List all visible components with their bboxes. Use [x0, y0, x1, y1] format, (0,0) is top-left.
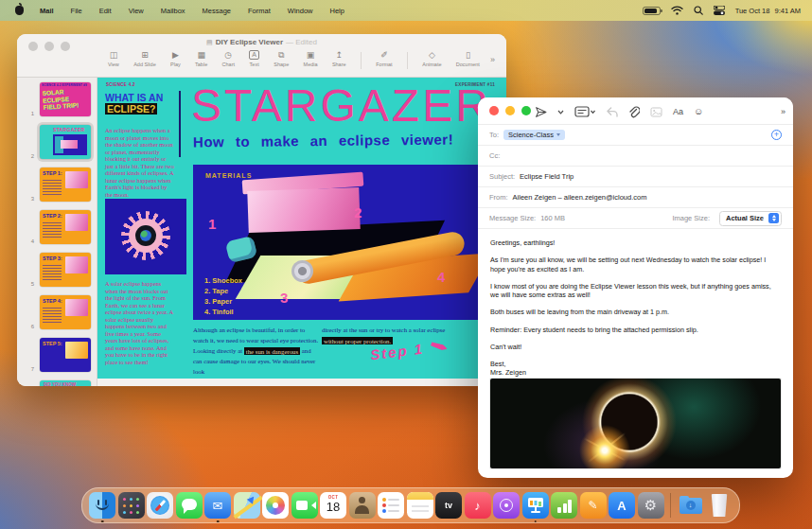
dock-podcasts-icon[interactable] — [493, 492, 520, 519]
toolbar-chart-button[interactable]: ◷Chart — [222, 50, 235, 67]
insert-photo-icon — [650, 107, 662, 117]
cc-field[interactable]: Cc: — [478, 146, 793, 167]
dock-notes-icon[interactable] — [407, 492, 433, 519]
dock-trash-icon[interactable] — [706, 492, 733, 519]
apple-menu-icon[interactable] — [15, 6, 24, 15]
thumb-art — [43, 222, 62, 238]
format-button[interactable]: Aa — [673, 107, 683, 116]
caution-text-column-1[interactable]: Although an eclipse is beautiful, in ord… — [193, 325, 319, 377]
menu-help[interactable]: Help — [321, 7, 352, 15]
attach-button[interactable] — [628, 106, 640, 118]
toolbar-overflow-button[interactable]: » — [490, 55, 495, 64]
subject-label: Subject: — [489, 172, 515, 181]
dock-maps-icon[interactable] — [234, 492, 260, 519]
send-options-chevron-icon[interactable] — [557, 110, 564, 115]
slide-thumbnail-3[interactable]: 3 STEP 1: — [23, 166, 93, 203]
toolbar-text-button[interactable]: AText — [249, 50, 259, 67]
slide-paragraph-2[interactable]: A solar eclipse happens when the moon bl… — [105, 280, 174, 365]
dock-calendar-icon[interactable]: OCT18 — [320, 492, 346, 519]
dock-finder-icon[interactable] — [89, 492, 115, 519]
menu-view[interactable]: View — [120, 7, 152, 15]
menu-format[interactable]: Format — [239, 7, 279, 15]
slide-thumbnail-4[interactable]: 4 STEP 2: — [23, 208, 93, 246]
dock-reminders-icon[interactable] — [378, 492, 404, 519]
toolbar-share-button[interactable]: ↥Share — [332, 50, 346, 67]
dock-tv-icon[interactable]: tv — [435, 492, 462, 519]
dock-mail-icon[interactable]: ✉ — [204, 492, 231, 519]
slide-science-label[interactable]: SCIENCE 4.2 — [106, 82, 135, 87]
dock-contacts-icon[interactable] — [349, 492, 376, 519]
to-label: To: — [489, 131, 499, 139]
slide-thumbnail-8[interactable]: 8 DID YOU KNOW — [23, 379, 93, 386]
dock-safari-icon[interactable] — [147, 492, 173, 519]
recipient-token[interactable]: Science-Class — [503, 130, 565, 140]
dock-launchpad-icon[interactable] — [118, 492, 145, 519]
slide-sun-illustration[interactable] — [105, 199, 186, 274]
emoji-button[interactable]: ☺ — [694, 107, 703, 116]
dock-pages-icon[interactable]: ✎ — [580, 492, 607, 519]
battery-icon[interactable] — [643, 7, 661, 15]
eclipse-photo-attachment[interactable] — [490, 379, 781, 468]
menu-mail[interactable]: Mail — [31, 7, 62, 15]
search-icon[interactable] — [694, 6, 703, 15]
toolbar-add-slide-button[interactable]: ⊞Add Slide — [133, 50, 156, 67]
menu-clock[interactable]: Tue Oct 18 9:41 AM — [735, 7, 801, 15]
send-button[interactable] — [535, 106, 547, 118]
dock-keynote-icon[interactable] — [522, 492, 549, 519]
menu-mailbox[interactable]: Mailbox — [152, 7, 194, 15]
header-fields-button[interactable] — [574, 106, 595, 117]
dock-numbers-icon[interactable] — [551, 492, 577, 519]
thumb-art — [65, 342, 88, 359]
materials-box[interactable]: MATERIALS 1 2 3 4 1. Shoebox 2. Tape 3. … — [193, 165, 486, 320]
slide-thumbnail-2-selected[interactable]: 2 STARGAZER — [23, 123, 93, 161]
dock-settings-icon[interactable]: ⚙ — [638, 492, 664, 519]
close-button[interactable] — [489, 106, 499, 115]
slide-thumbnail-5[interactable]: 5 STEP 3: — [23, 251, 93, 289]
to-field[interactable]: To: Science-Class + — [478, 125, 793, 146]
dock-app-store-icon[interactable]: A — [609, 492, 635, 519]
toolbar-label: Media — [304, 62, 318, 67]
thumb-title: STEP 4: — [43, 298, 62, 304]
slide-heading[interactable]: WHAT IS AN ECLIPSE? — [105, 92, 183, 115]
slide-subtitle[interactable]: How to make an eclipse viewer! — [193, 132, 453, 150]
toolbar-shape-button[interactable]: ⧉Shape — [274, 50, 289, 67]
toolbar-animate-button[interactable]: ◇Animate — [422, 50, 441, 67]
add-recipient-button[interactable]: + — [771, 130, 782, 140]
dock-messages-icon[interactable] — [176, 492, 203, 519]
subject-field[interactable]: Subject: Eclipse Field Trip — [478, 167, 793, 187]
dock-facetime-icon[interactable] — [291, 492, 318, 519]
from-field[interactable]: From: Aileen Zeigen – aileen.zeigen@iclo… — [478, 187, 793, 208]
toolbar-document-button[interactable]: ▯Document — [456, 50, 480, 67]
toolbar-separator — [361, 52, 362, 69]
menu-message[interactable]: Message — [194, 7, 239, 15]
slide-paragraph-1[interactable]: An eclipse happens when a moon or planet… — [105, 127, 174, 198]
minimize-button[interactable] — [505, 106, 515, 115]
running-indicator — [534, 520, 537, 523]
zoom-button[interactable] — [521, 106, 531, 115]
recipient-name: Science-Class — [508, 131, 554, 139]
dock-photos-icon[interactable] — [262, 492, 289, 519]
slide-big-title[interactable]: STARGAZER — [191, 79, 491, 132]
toolbar-play-button[interactable]: ▶Play — [170, 50, 181, 67]
menu-window[interactable]: Window — [279, 7, 322, 15]
toolbar-media-button[interactable]: ▣Media — [304, 50, 318, 67]
slide-thumbnail-1[interactable]: 1 SCIENCE 4.2 EXPERIMENT #9 SOLAR ECLIPS… — [23, 80, 93, 118]
slide-thumbnail-7[interactable]: 7 STEP 5: — [23, 336, 93, 374]
dock-music-icon[interactable]: ♪ — [465, 492, 491, 519]
menu-file[interactable]: File — [62, 7, 91, 15]
control-center-icon[interactable] — [714, 6, 725, 15]
menu-edit[interactable]: Edit — [91, 7, 120, 15]
image-size-select[interactable]: Actual Size — [719, 211, 782, 226]
signature-line: Mrs. Zeigen — [490, 368, 781, 378]
toolbar-table-button[interactable]: ▦Table — [195, 50, 207, 67]
dock-downloads-icon[interactable]: ↓ — [678, 492, 704, 519]
window-title: ▤DIY Eclipse Viewer— Edited — [17, 38, 506, 46]
message-body[interactable]: Greetings, earthlings! As I'm sure you a… — [478, 230, 793, 378]
toolbar-format-button[interactable]: ✐Format — [376, 50, 392, 67]
slide-thumbnail-6[interactable]: 6 STEP 4: — [23, 293, 93, 331]
mail-compose-window: Aa ☺ » To: Science-Class + Cc: Subject: … — [478, 97, 793, 478]
toolbar-view-button[interactable]: ◫View — [108, 50, 119, 67]
slide-canvas[interactable]: SCIENCE 4.2 EXPERIMENT #11 WHAT IS AN EC… — [97, 78, 506, 379]
wifi-icon[interactable] — [671, 6, 683, 15]
toolbar-overflow-button[interactable]: » — [781, 107, 786, 116]
